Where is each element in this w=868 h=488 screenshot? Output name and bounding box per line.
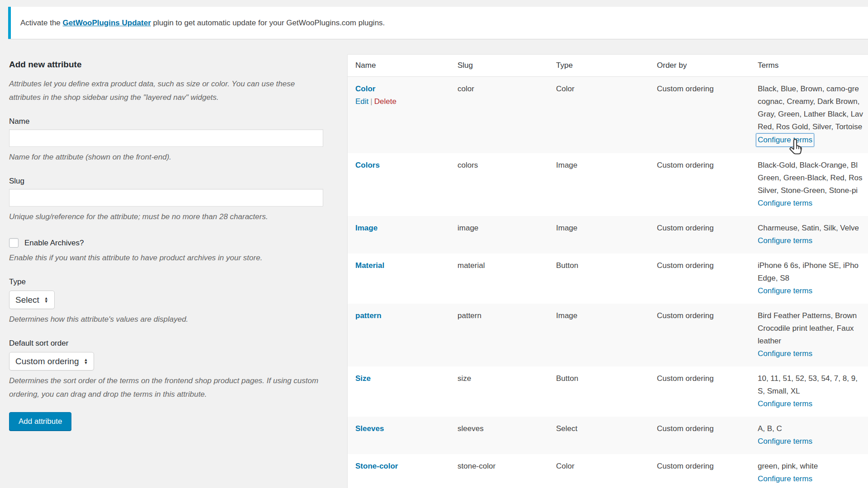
edit-link[interactable]: Edit bbox=[355, 97, 368, 106]
plugin-update-notice: Activate the GetWooPlugins Updater plugi… bbox=[8, 7, 868, 39]
configure-terms-link[interactable]: Configure terms bbox=[758, 437, 812, 446]
slug-input[interactable] bbox=[9, 189, 323, 206]
notice-text-prefix: Activate the bbox=[20, 19, 63, 27]
enable-archives-checkbox[interactable] bbox=[9, 238, 19, 248]
attribute-name-link[interactable]: Sleeves bbox=[355, 424, 384, 433]
archives-help: Enable this if you want this attribute t… bbox=[9, 251, 323, 265]
table-row: pattern pattern Image Custom ordering Bi… bbox=[348, 304, 868, 366]
terms-text: Gray, Green, Lather Black, Lav bbox=[758, 108, 868, 121]
sort-order-select-value: Custom ordering bbox=[15, 357, 79, 366]
attribute-order-by: Custom ordering bbox=[649, 417, 750, 454]
attribute-type: Image bbox=[548, 216, 649, 253]
attribute-order-by: Custom ordering bbox=[649, 153, 750, 216]
attribute-order-by: Custom ordering bbox=[649, 216, 750, 253]
form-title: Add new attribute bbox=[9, 60, 323, 70]
form-intro: Attributes let you define extra product … bbox=[9, 77, 323, 104]
terms-text: iPhone 6 6s, iPhone SE, iPho bbox=[758, 259, 868, 272]
attribute-type: Color bbox=[548, 77, 649, 154]
attribute-terms: Black-Gold, Black-Orange, Bl Green, Gree… bbox=[750, 153, 868, 216]
terms-text: Black, Blue, Brown, camo-gre bbox=[758, 83, 868, 95]
add-attribute-button[interactable]: Add attribute bbox=[9, 412, 71, 431]
attribute-name-link[interactable]: Color bbox=[355, 84, 375, 93]
attribute-type: Button bbox=[548, 253, 649, 304]
table-row: Stone-color stone-color Color Custom ord… bbox=[348, 454, 868, 488]
attribute-type: Image bbox=[548, 153, 649, 216]
terms-text: Red, Ros Gold, Silver, Tortoise bbox=[758, 121, 868, 133]
attribute-name-link[interactable]: Stone-color bbox=[355, 462, 398, 470]
configure-terms-focus-ring: Configure terms bbox=[756, 133, 814, 147]
attribute-name-link[interactable]: Colors bbox=[355, 161, 380, 169]
configure-terms-link[interactable]: Configure terms bbox=[758, 199, 812, 207]
notice-text-suffix: plugin to get automatic update for your … bbox=[151, 19, 385, 27]
attribute-slug: color bbox=[450, 77, 548, 154]
name-help: Name for the attribute (shown on the fro… bbox=[9, 150, 323, 164]
terms-text: green, pink, white bbox=[758, 460, 868, 473]
attribute-terms: iPhone 6 6s, iPhone SE, iPho Edge, S8 Co… bbox=[750, 253, 868, 304]
sort-arrows-icon: ▲▼ bbox=[84, 358, 88, 365]
attributes-table-panel: Name Slug Type Order by Terms Color Edit… bbox=[347, 54, 868, 488]
terms-text: A, B, C bbox=[758, 422, 868, 435]
attribute-name-link[interactable]: pattern bbox=[355, 311, 382, 320]
table-row: Material material Button Custom ordering… bbox=[348, 253, 868, 304]
configure-terms-link[interactable]: Configure terms bbox=[758, 286, 812, 295]
type-label: Type bbox=[9, 277, 323, 286]
sort-order-label: Default sort order bbox=[9, 339, 323, 348]
delete-link[interactable]: Delete bbox=[374, 97, 396, 106]
terms-text: Bird Feather Patterns, Brown bbox=[758, 310, 868, 322]
terms-text: leather bbox=[758, 335, 868, 347]
terms-text: Green, Green-Black, Red, Ros bbox=[758, 172, 868, 184]
column-header-name: Name bbox=[348, 55, 450, 77]
attribute-slug: pattern bbox=[450, 304, 548, 366]
attribute-type: Select bbox=[548, 417, 649, 454]
table-row: Colors colors Image Custom ordering Blac… bbox=[348, 153, 868, 216]
attribute-terms: Charmeuse, Satin, Silk, Velve Configure … bbox=[750, 216, 868, 253]
column-header-order-by: Order by bbox=[649, 55, 750, 77]
attribute-terms: Bird Feather Patterns, Brown Crocodile p… bbox=[750, 304, 868, 366]
configure-terms-link[interactable]: Configure terms bbox=[758, 399, 812, 408]
attribute-name-link[interactable]: Material bbox=[355, 261, 384, 270]
attribute-terms: 10, 11, 51, 52, 53, 54, 7, 8, 9, S, Smal… bbox=[750, 366, 868, 417]
attribute-type: Color bbox=[548, 454, 649, 488]
getwooplugins-updater-link[interactable]: GetWooPlugins Updater bbox=[63, 19, 151, 27]
slug-label: Slug bbox=[9, 177, 323, 186]
attribute-terms: A, B, C Configure terms bbox=[750, 417, 868, 454]
terms-text: cognac, Creamy, Dark Brown, bbox=[758, 95, 868, 108]
table-row: Sleeves sleeves Select Custom ordering A… bbox=[348, 417, 868, 454]
attribute-order-by: Custom ordering bbox=[649, 77, 750, 154]
slug-help: Unique slug/reference for the attribute;… bbox=[9, 210, 323, 224]
name-input[interactable] bbox=[9, 129, 323, 147]
configure-terms-link[interactable]: Configure terms bbox=[758, 349, 812, 358]
table-row: Image image Image Custom ordering Charme… bbox=[348, 216, 868, 253]
attribute-name-link[interactable]: Image bbox=[355, 224, 377, 232]
attribute-slug: material bbox=[450, 253, 548, 304]
terms-text: Edge, S8 bbox=[758, 272, 868, 285]
sort-arrows-icon: ▲▼ bbox=[44, 297, 48, 303]
column-header-terms: Terms bbox=[750, 55, 868, 77]
terms-text: 10, 11, 51, 52, 53, 54, 7, 8, 9, bbox=[758, 372, 868, 385]
table-header-row: Name Slug Type Order by Terms bbox=[348, 55, 868, 77]
attribute-order-by: Custom ordering bbox=[649, 304, 750, 366]
attribute-type: Button bbox=[548, 366, 649, 417]
attribute-slug: image bbox=[450, 216, 548, 253]
row-actions: Edit|Delete bbox=[355, 95, 450, 108]
attribute-slug: size bbox=[450, 366, 548, 417]
column-header-slug: Slug bbox=[450, 55, 548, 77]
woocommerce-attributes-page: { "colors": { "page_background": "#f1f1f… bbox=[0, 0, 868, 488]
type-select[interactable]: Select ▲▼ bbox=[9, 291, 55, 309]
sort-order-help: Determines the sort order of the terms o… bbox=[9, 374, 323, 401]
column-header-type: Type bbox=[548, 55, 649, 77]
attribute-order-by: Custom ordering bbox=[649, 366, 750, 417]
table-row: Size size Button Custom ordering 10, 11,… bbox=[348, 366, 868, 417]
terms-text: Silver, Stone-Green, Stone-pi bbox=[758, 184, 868, 197]
action-separator: | bbox=[370, 97, 372, 106]
attribute-name-link[interactable]: Size bbox=[355, 374, 371, 383]
configure-terms-link[interactable]: Configure terms bbox=[758, 474, 812, 483]
default-sort-order-select[interactable]: Custom ordering ▲▼ bbox=[9, 352, 94, 371]
enable-archives-label: Enable Archives? bbox=[24, 239, 84, 248]
attribute-order-by: Custom ordering bbox=[649, 454, 750, 488]
add-attribute-form: Add new attribute Attributes let you def… bbox=[9, 60, 323, 431]
configure-terms-link[interactable]: Configure terms bbox=[758, 236, 812, 245]
configure-terms-link[interactable]: Configure terms bbox=[758, 136, 812, 144]
terms-text: Black-Gold, Black-Orange, Bl bbox=[758, 159, 868, 172]
attribute-slug: colors bbox=[450, 153, 548, 216]
